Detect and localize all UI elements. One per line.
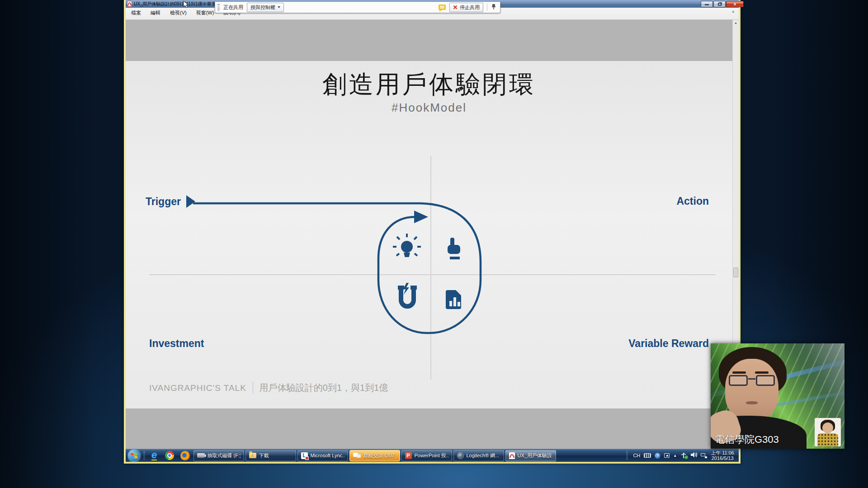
magnet-icon [398,283,417,306]
taskbar-button-removable-disk[interactable]: 抽取式磁碟 (F:) [193,450,244,461]
menu-view[interactable]: 檢視(V) [169,9,188,17]
click-hand-icon [448,238,460,259]
chevron-down-icon [278,6,280,8]
windows-taskbar: e 抽取式磁碟 (F:) ↓ 下載 L Microsoft Lync... 群組… [126,449,739,462]
taskbar-button-downloads[interactable]: ↓ 下載 [245,450,296,461]
menu-window[interactable]: 視窗(W) [195,9,215,17]
sharing-status-text: 正在共用 [223,4,243,11]
slide-page: 創造用戶体驗閉環 #HookModel Trigger Action Inves… [126,61,732,408]
clock-date: 2016/5/13 [711,455,734,461]
tray-grip [626,451,628,460]
toolbar-grip[interactable] [217,4,220,11]
pin-icon[interactable] [491,3,496,11]
shared-desktop-region: UX_用戶体驗設計的0到1與1到1億中華電信Talk.pdf - Adobe ×… [124,0,741,464]
taskbar-button-lync[interactable]: L Microsoft Lync... [297,450,348,461]
keyboard-icon[interactable] [644,453,651,458]
start-button[interactable] [128,450,140,462]
presenter-face [725,359,778,421]
stop-sharing-button[interactable]: 停止共用 [449,3,483,12]
chrome-icon[interactable] [164,450,175,461]
taskbar-button-group-chat[interactable]: 群組交談 (207 ... [349,450,400,461]
webcam-video-overlay[interactable]: 電信學院G303 [711,343,844,449]
window-title: UX_用戶体驗設計的0到1與1到1億中華電信Talk.pdf - Adobe [134,1,219,7]
give-control-button[interactable]: 授與控制權 [247,3,284,12]
webcam-room-label: 電信學院G303 [715,433,779,446]
footer-brand: IVANGRAPHIC'S TALK [149,383,246,393]
taskbar-button-powerpoint[interactable]: P PowerPoint 投... [401,450,452,461]
restore-button[interactable] [713,1,726,7]
loop-arrowhead-icon [414,211,428,223]
help-icon[interactable]: ? [655,453,660,459]
stop-x-icon [453,5,458,9]
language-indicator[interactable]: CH [633,453,640,458]
tray-clock[interactable]: 上午 11:06 2016/5/13 [711,450,734,461]
download-folder-icon: ↓ [249,453,256,458]
show-hidden-icons-icon[interactable]: ▲ [673,454,677,458]
footer-talk-title: 用戶体驗設計的0到1，與1到1億 [259,382,388,394]
toolbar-close-icon[interactable]: × [732,9,735,14]
scroll-up-icon[interactable]: ▲ [733,20,739,26]
slide-hashtag: #HookModel [126,101,732,115]
toolbar-divider [487,4,487,11]
label-action: Action [676,195,709,207]
adobe-pdf-icon [127,1,132,7]
speaker-icon[interactable] [691,451,697,460]
hook-loop-diagram [180,194,492,343]
usb-status-icon[interactable]: ✓ [680,453,687,459]
group-chat-icon [353,453,361,459]
internet-explorer-icon[interactable]: e [149,450,160,461]
taskbar-grip [143,451,145,460]
scrollbar-thumb[interactable] [733,267,738,277]
slide-footer: IVANGRAPHIC'S TALK 用戶体驗設計的0到1，與1到1億 [149,382,388,394]
lightbulb-icon [393,234,421,257]
minimize-button[interactable] [701,1,713,7]
label-variable-reward: Variable Reward [628,338,709,350]
picture-in-picture-thumbnail[interactable] [815,418,841,446]
webcam-app-icon [457,452,464,459]
network-icon[interactable] [701,453,707,458]
lync-icon: L [301,452,308,459]
safely-remove-icon[interactable] [664,453,670,458]
chart-document-icon [446,290,461,309]
footer-divider [253,382,253,394]
clock-time: 上午 11:06 [711,450,734,455]
presenter-glasses [729,375,775,387]
mouse-cursor [183,0,189,8]
pdf-file-icon [509,452,515,459]
chat-notification-icon[interactable] [439,5,446,10]
pdf-content-area: 創造用戶体驗閉環 #HookModel Trigger Action Inves… [126,20,739,449]
slide-title: 創造用戶体驗閉環 [126,68,732,101]
menu-edit[interactable]: 編輯 [150,9,161,17]
taskbar-button-logitech[interactable]: Logitech® 網... [453,450,504,461]
system-tray: CH ? ▲ ✓ 上午 11:06 2016/5/13 [625,450,737,461]
firefox-icon[interactable] [179,450,190,461]
sharing-toolbar: 正在共用 授與控制權 停止共用 [215,2,500,13]
trigger-text: Trigger [146,196,181,208]
menu-file[interactable]: 檔案 [130,9,142,17]
powerpoint-icon: P [405,452,412,459]
window-controls: × [701,1,744,7]
taskbar-button-pdf[interactable]: UX_用戶体驗設... [505,450,556,461]
usb-drive-icon [197,453,205,458]
windows-logo-icon [131,452,138,459]
close-button[interactable]: × [726,1,744,7]
